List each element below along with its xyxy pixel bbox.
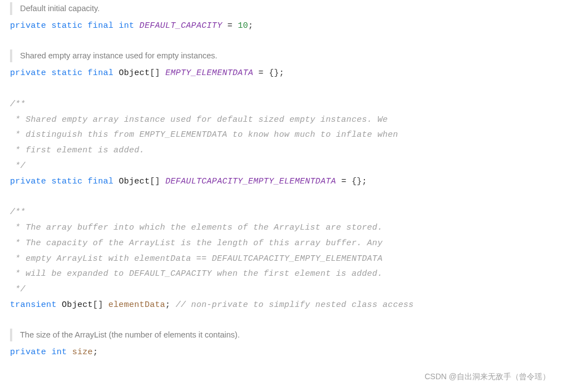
code-token: size xyxy=(72,348,93,357)
code-token: DEFAULT_CAPACITY xyxy=(140,21,223,31)
code-token xyxy=(160,68,165,78)
code-token: = {}; xyxy=(341,177,367,186)
code-token: private xyxy=(10,177,46,186)
code-token: = {}; xyxy=(259,68,285,78)
code-token xyxy=(134,21,139,31)
code-token: static xyxy=(51,21,82,31)
code-token: elementData xyxy=(108,300,165,310)
code-token xyxy=(103,300,108,310)
code-token xyxy=(82,21,87,31)
code-token xyxy=(233,21,238,31)
code-token: EMPTY_ELEMENTDATA xyxy=(165,68,253,78)
code-token xyxy=(113,21,118,31)
code-token: Object xyxy=(118,177,150,186)
code-token xyxy=(113,177,118,186)
code-token xyxy=(160,177,165,186)
code-token: final xyxy=(88,177,114,186)
code-token: int xyxy=(51,348,67,357)
code-token: [] xyxy=(150,68,160,78)
code-token: // non-private to simplify nested class … xyxy=(176,300,414,310)
code-token: final xyxy=(88,21,114,31)
code-token: static xyxy=(51,68,82,78)
doc-comment: Shared empty array instance used for emp… xyxy=(10,49,558,62)
code-token: [] xyxy=(150,177,160,186)
code-document: Default initial capacity.private static … xyxy=(10,2,558,360)
code-token: Object xyxy=(62,300,93,310)
code-token: ; xyxy=(165,300,170,310)
code-token xyxy=(113,68,118,78)
code-token: Object xyxy=(118,68,150,78)
code-block: /** * The array buffer into which the el… xyxy=(10,205,558,312)
code-token xyxy=(253,68,258,78)
code-block: /** * Shared empty array instance used f… xyxy=(10,97,558,190)
code-token: transient xyxy=(10,300,57,310)
code-block: private static final Object[] EMPTY_ELEM… xyxy=(10,66,558,81)
code-token: [] xyxy=(93,300,103,310)
doc-comment: Default initial capacity. xyxy=(10,2,558,15)
code-token xyxy=(170,300,175,310)
code-token xyxy=(222,21,227,31)
code-token xyxy=(82,177,87,186)
code-token: = xyxy=(228,21,233,31)
code-block: private int size; xyxy=(10,345,558,360)
code-token: private xyxy=(10,348,46,357)
code-token: DEFAULTCAPACITY_EMPTY_ELEMENTDATA xyxy=(165,177,336,186)
code-token: ; xyxy=(93,348,98,357)
code-token: /** * Shared empty array instance used f… xyxy=(10,100,398,171)
code-token: private xyxy=(10,21,46,31)
code-token xyxy=(82,68,87,78)
code-token: 10 xyxy=(238,21,248,31)
code-token xyxy=(67,348,72,357)
watermark: CSDN @自出洞来无敌手（曾令瑶） xyxy=(424,369,550,384)
code-token: static xyxy=(51,177,82,186)
code-block: private static final int DEFAULT_CAPACIT… xyxy=(10,18,558,34)
code-token xyxy=(57,300,62,310)
doc-comment: The size of the ArrayList (the number of… xyxy=(10,329,558,341)
code-token: /** * The array buffer into which the el… xyxy=(10,207,383,294)
code-token: ; xyxy=(248,21,253,31)
code-token: private xyxy=(10,68,46,78)
code-token: final xyxy=(88,68,114,78)
code-token: int xyxy=(118,21,134,31)
code-token xyxy=(336,177,341,186)
